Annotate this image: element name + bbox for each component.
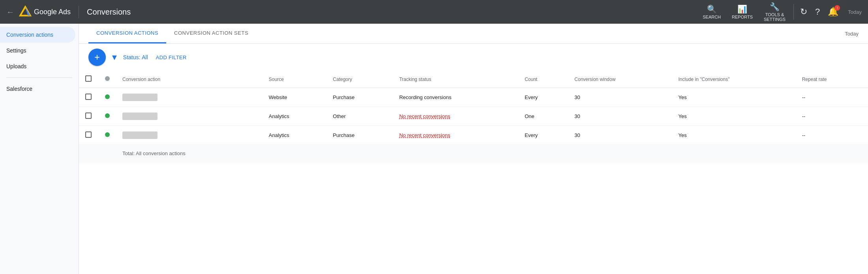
page-title: Conversions (87, 8, 131, 17)
sidebar-divider (6, 77, 72, 78)
search-nav-label: SEARCH (703, 15, 721, 19)
total-status-cell (99, 145, 116, 162)
row1-status-dot (105, 94, 110, 99)
th-checkbox (79, 71, 99, 88)
tab-conversion-actions[interactable]: CONVERSION ACTIONS (88, 24, 166, 43)
row2-tracking-status-cell: No recent conversions (393, 107, 518, 126)
row3-count-cell: Every (518, 126, 568, 145)
th-conversion-window: Conversion window (568, 71, 672, 88)
tab-conversion-action-sets[interactable]: CONVERSION ACTION SETS (166, 24, 256, 43)
total-label-cell: Total: All conversion actions (116, 145, 262, 162)
search-icon: 🔍 (707, 4, 717, 14)
table-row: Blurred name 3 Analytics Purchase No rec… (79, 126, 868, 145)
refresh-button[interactable]: ↻ (797, 4, 810, 20)
row1-include-in-conversions-cell: Yes (672, 88, 796, 107)
th-count: Count (518, 71, 568, 88)
row1-include-in-conversions: Yes (679, 94, 687, 100)
row3-conversion-action-name[interactable]: Blurred name 3 (122, 131, 157, 139)
row2-status-cell (99, 107, 116, 126)
row3-tracking-status: No recent conversions (399, 132, 450, 138)
header-checkbox[interactable] (85, 75, 92, 82)
status-prefix: Status: (123, 54, 141, 60)
notification-button[interactable]: 🔔 ! (825, 4, 842, 20)
row2-source-cell: Analytics (262, 107, 327, 126)
row2-category: Other (333, 113, 346, 119)
row3-repeat-rate: -- (802, 132, 806, 138)
row2-conversion-action-name[interactable]: Blurred name 2 (122, 113, 157, 120)
add-filter-button[interactable]: ADD FILTER (153, 52, 190, 63)
th-source: Source (262, 71, 327, 88)
sidebar: Conversion actions Settings Uploads Sale… (0, 24, 79, 274)
row2-count: One (525, 113, 534, 119)
row1-checkbox[interactable] (85, 94, 92, 100)
th-category: Category (326, 71, 393, 88)
row1-category: Purchase (333, 94, 354, 100)
row1-conversion-action-cell: Blurred name 1 (116, 88, 262, 107)
help-button[interactable]: ? (812, 4, 823, 20)
row2-conversion-action-cell: Blurred name 2 (116, 107, 262, 126)
total-tracking-cell (393, 145, 518, 162)
row1-conversion-action-name[interactable]: Blurred name 1 (122, 94, 157, 101)
table-row: Blurred name 2 Analytics Other No recent… (79, 107, 868, 126)
row3-checkbox[interactable] (85, 131, 92, 138)
add-conversion-action-button[interactable]: + (88, 49, 106, 66)
toolbar: + ▼ Status: All ADD FILTER (79, 44, 868, 71)
search-nav-button[interactable]: 🔍 SEARCH (698, 2, 726, 22)
row2-checkbox-cell (79, 107, 99, 126)
th-repeat-rate: Repeat rate (796, 71, 868, 88)
row3-status-cell (99, 126, 116, 145)
status-value[interactable]: All (142, 54, 148, 60)
row1-conversion-window: 30 (574, 94, 580, 100)
row2-conversion-window: 30 (574, 113, 580, 119)
row3-source: Analytics (269, 132, 289, 138)
row3-status-dot (105, 132, 110, 137)
th-include-in-conversions: Include in "Conversions" (672, 71, 796, 88)
row1-tracking-status-cell: Recording conversions (393, 88, 518, 107)
today-label: Today (848, 9, 862, 15)
logo: Google Ads (19, 6, 71, 18)
tools-settings-nav-button[interactable]: 🔧 TOOLS & SETTINGS (759, 0, 790, 24)
app-name-label: Google Ads (34, 8, 71, 16)
reports-nav-label: REPORTS (732, 15, 753, 19)
row2-source: Analytics (269, 113, 289, 119)
row2-checkbox[interactable] (85, 113, 92, 119)
row2-category-cell: Other (326, 107, 393, 126)
total-include-cell (672, 145, 796, 162)
row2-include-in-conversions: Yes (679, 113, 687, 119)
row2-repeat-rate-cell: -- (796, 107, 868, 126)
reports-nav-button[interactable]: 📊 REPORTS (727, 2, 757, 22)
th-status (99, 71, 116, 88)
row3-category-cell: Purchase (326, 126, 393, 145)
top-nav-actions: 🔍 SEARCH 📊 REPORTS 🔧 TOOLS & SETTINGS ↻ … (698, 0, 862, 24)
row1-count-cell: Every (518, 88, 568, 107)
table-row: Blurred name 1 Website Purchase Recordin… (79, 88, 868, 107)
row2-include-in-conversions-cell: Yes (672, 107, 796, 126)
sidebar-item-uploads[interactable]: Uploads (0, 58, 75, 74)
row3-conversion-action-cell: Blurred name 3 (116, 126, 262, 145)
row3-category: Purchase (333, 132, 354, 138)
row2-status-dot (105, 113, 110, 118)
total-count-cell (518, 145, 568, 162)
row1-count: Every (525, 94, 538, 100)
tabs-bar: CONVERSION ACTIONS CONVERSION ACTION SET… (79, 24, 868, 44)
row1-category-cell: Purchase (326, 88, 393, 107)
filter-icon[interactable]: ▼ (111, 53, 118, 62)
top-nav: ← Google Ads Conversions 🔍 SEARCH 📊 REPO… (0, 0, 868, 24)
row3-repeat-rate-cell: -- (796, 126, 868, 145)
back-icon[interactable]: ← (6, 8, 14, 17)
layout: Conversion actions Settings Uploads Sale… (0, 24, 868, 274)
table-header-row: Conversion action Source Category Tracki… (79, 71, 868, 88)
row3-include-in-conversions: Yes (679, 132, 687, 138)
row2-tracking-status: No recent conversions (399, 113, 450, 119)
sidebar-item-conversion-actions[interactable]: Conversion actions (0, 27, 75, 43)
sidebar-item-settings[interactable]: Settings (0, 43, 75, 58)
total-row: Total: All conversion actions (79, 145, 868, 162)
row2-conversion-window-cell: 30 (568, 107, 672, 126)
nav-divider (79, 6, 79, 18)
row1-tracking-status: Recording conversions (399, 94, 451, 100)
row2-count-cell: One (518, 107, 568, 126)
tools-settings-icon: 🔧 (770, 2, 780, 11)
sidebar-item-salesforce[interactable]: Salesforce (0, 81, 75, 97)
total-window-cell (568, 145, 672, 162)
total-label: Total: All conversion actions (122, 150, 186, 156)
